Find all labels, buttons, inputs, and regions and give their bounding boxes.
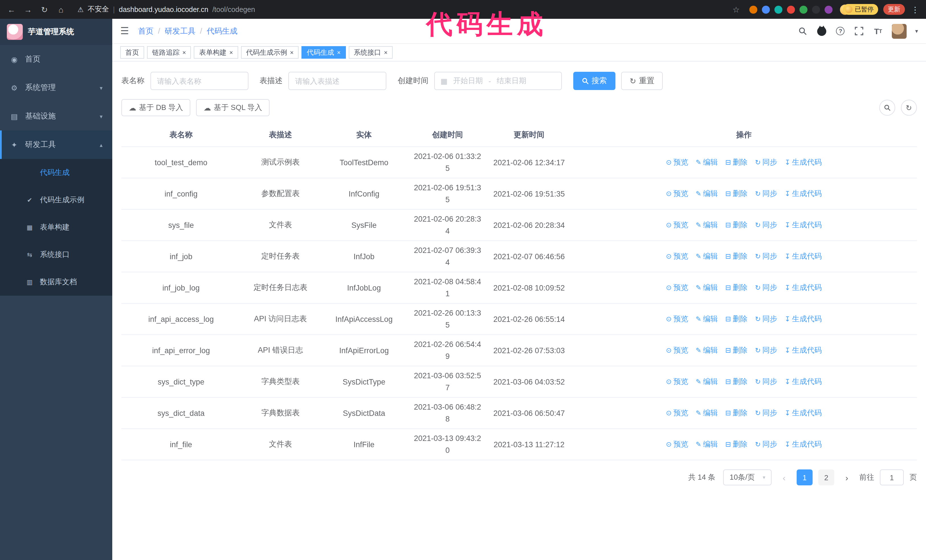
extension-icon[interactable] xyxy=(749,5,757,14)
action-edit-link[interactable]: ✎编辑 xyxy=(696,157,718,168)
action-eye-link[interactable]: ⊙预览 xyxy=(666,314,688,324)
sidebar-item-tools[interactable]: ✦研发工具▴ xyxy=(0,130,112,159)
tab-代码生成示例[interactable]: 代码生成示例× xyxy=(241,46,299,59)
search-button[interactable]: 搜索 xyxy=(573,72,616,90)
sidebar-item-home[interactable]: ◉首页 xyxy=(0,45,112,74)
action-download-link[interactable]: ↧生成代码 xyxy=(785,157,822,168)
sidebar-subitem-example[interactable]: ✔代码生成示例 xyxy=(0,186,112,214)
action-download-link[interactable]: ↧生成代码 xyxy=(785,314,822,324)
search-icon[interactable] xyxy=(798,26,808,36)
action-download-link[interactable]: ↧生成代码 xyxy=(785,439,822,450)
breadcrumb-item[interactable]: 首页 xyxy=(138,26,154,36)
action-download-link[interactable]: ↧生成代码 xyxy=(785,220,822,230)
date-range-picker[interactable]: ▦ 开始日期 - 结束日期 xyxy=(434,72,562,90)
paused-badge[interactable]: 已暂停 xyxy=(843,4,878,15)
tab-首页[interactable]: 首页 xyxy=(120,46,144,59)
action-sync-link[interactable]: ↻同步 xyxy=(755,282,777,293)
action-edit-link[interactable]: ✎编辑 xyxy=(696,345,718,355)
action-sync-link[interactable]: ↻同步 xyxy=(755,408,777,418)
back-icon[interactable]: ← xyxy=(6,5,17,14)
action-edit-link[interactable]: ✎编辑 xyxy=(696,377,718,387)
hamburger-icon[interactable]: ☰ xyxy=(120,25,129,37)
action-sync-link[interactable]: ↻同步 xyxy=(755,314,777,324)
action-sync-link[interactable]: ↻同步 xyxy=(755,189,777,199)
tab-系统接口[interactable]: 系统接口× xyxy=(349,46,393,59)
table-desc-input[interactable] xyxy=(288,72,386,90)
action-delete-link[interactable]: ⊟删除 xyxy=(725,408,747,418)
app-logo[interactable]: 芋道管理系统 xyxy=(0,19,112,45)
action-sync-link[interactable]: ↻同步 xyxy=(755,251,777,261)
github-icon[interactable] xyxy=(817,26,827,36)
action-download-link[interactable]: ↧生成代码 xyxy=(785,345,822,355)
action-edit-link[interactable]: ✎编辑 xyxy=(696,220,718,230)
close-icon[interactable]: × xyxy=(182,49,186,56)
action-download-link[interactable]: ↧生成代码 xyxy=(785,282,822,293)
action-delete-link[interactable]: ⊟删除 xyxy=(725,157,747,168)
action-edit-link[interactable]: ✎编辑 xyxy=(696,439,718,450)
prev-page-button[interactable]: ‹ xyxy=(777,472,791,482)
action-eye-link[interactable]: ⊙预览 xyxy=(666,220,688,230)
breadcrumb-item[interactable]: 研发工具 xyxy=(165,26,195,36)
action-delete-link[interactable]: ⊟删除 xyxy=(725,345,747,355)
action-edit-link[interactable]: ✎编辑 xyxy=(696,189,718,199)
action-download-link[interactable]: ↧生成代码 xyxy=(785,189,822,199)
bookmark-star-icon[interactable]: ☆ xyxy=(732,5,740,14)
reload-icon[interactable]: ↻ xyxy=(39,5,50,14)
import-sql-button[interactable]: ☁ 基于 SQL 导入 xyxy=(196,99,270,116)
chevron-down-icon[interactable]: ▾ xyxy=(915,28,918,34)
action-download-link[interactable]: ↧生成代码 xyxy=(785,377,822,387)
goto-page-input[interactable] xyxy=(880,469,904,485)
page-size-select[interactable]: 10条/页▾ xyxy=(723,469,772,485)
action-delete-link[interactable]: ⊟删除 xyxy=(725,189,747,199)
extension-icon[interactable] xyxy=(787,5,795,14)
home-icon[interactable]: ⌂ xyxy=(55,5,67,14)
close-icon[interactable]: × xyxy=(229,49,233,56)
tab-表单构建[interactable]: 表单构建× xyxy=(194,46,238,59)
toggle-search-button[interactable] xyxy=(879,100,895,116)
extension-icon[interactable] xyxy=(825,5,832,14)
action-delete-link[interactable]: ⊟删除 xyxy=(725,282,747,293)
close-icon[interactable]: × xyxy=(290,49,294,56)
action-eye-link[interactable]: ⊙预览 xyxy=(666,377,688,387)
action-delete-link[interactable]: ⊟删除 xyxy=(725,251,747,261)
sidebar-subitem-api[interactable]: ⇆系统接口 xyxy=(0,241,112,268)
close-icon[interactable]: × xyxy=(384,49,388,56)
action-eye-link[interactable]: ⊙预览 xyxy=(666,408,688,418)
action-download-link[interactable]: ↧生成代码 xyxy=(785,251,822,261)
reset-button[interactable]: ↻ 重置 xyxy=(621,72,663,90)
sidebar-item-infra[interactable]: ▤基础设施▾ xyxy=(0,102,112,130)
browser-menu-icon[interactable]: ⋮ xyxy=(910,5,920,14)
action-eye-link[interactable]: ⊙预览 xyxy=(666,282,688,293)
import-db-button[interactable]: ☁ 基于 DB 导入 xyxy=(121,99,191,116)
sidebar-item-system[interactable]: ⚙系统管理▾ xyxy=(0,74,112,102)
breadcrumb-item[interactable]: 代码生成 xyxy=(207,26,238,36)
action-delete-link[interactable]: ⊟删除 xyxy=(725,377,747,387)
forward-icon[interactable]: → xyxy=(22,5,33,14)
action-sync-link[interactable]: ↻同步 xyxy=(755,220,777,230)
extension-icon[interactable] xyxy=(799,5,808,14)
update-button[interactable]: 更新 xyxy=(883,4,905,15)
close-icon[interactable]: × xyxy=(337,49,341,56)
help-icon[interactable]: ? xyxy=(835,26,846,36)
sidebar-subitem-code[interactable]: 代码生成 xyxy=(0,159,112,186)
sidebar-subitem-db[interactable]: ▥数据库文档 xyxy=(0,268,112,296)
extension-icon[interactable] xyxy=(762,5,770,14)
extension-icon[interactable] xyxy=(775,5,782,14)
extension-icon[interactable] xyxy=(812,5,820,14)
next-page-button[interactable]: › xyxy=(840,472,853,482)
action-eye-link[interactable]: ⊙预览 xyxy=(666,189,688,199)
action-edit-link[interactable]: ✎编辑 xyxy=(696,251,718,261)
tab-链路追踪[interactable]: 链路追踪× xyxy=(147,46,191,59)
table-name-input[interactable] xyxy=(150,72,248,90)
action-delete-link[interactable]: ⊟删除 xyxy=(725,220,747,230)
action-sync-link[interactable]: ↻同步 xyxy=(755,157,777,168)
action-edit-link[interactable]: ✎编辑 xyxy=(696,314,718,324)
page-number-1[interactable]: 1 xyxy=(797,469,813,485)
action-sync-link[interactable]: ↻同步 xyxy=(755,377,777,387)
action-download-link[interactable]: ↧生成代码 xyxy=(785,408,822,418)
action-eye-link[interactable]: ⊙预览 xyxy=(666,157,688,168)
action-sync-link[interactable]: ↻同步 xyxy=(755,345,777,355)
address-bar[interactable]: ⚠ 不安全 | dashboard.yudao.iocoder.cn/tool/… xyxy=(77,5,728,14)
tab-代码生成[interactable]: 代码生成× xyxy=(302,46,346,59)
refresh-table-button[interactable]: ↻ xyxy=(901,100,917,116)
